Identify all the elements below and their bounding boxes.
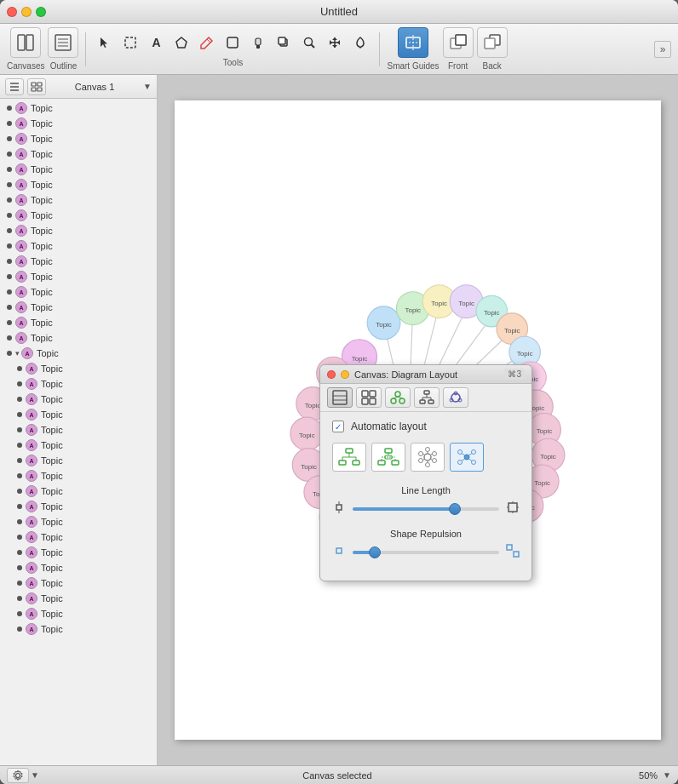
layout-icon-radial[interactable] xyxy=(411,443,445,472)
list-item[interactable]: ATopic xyxy=(0,529,157,545)
list-item[interactable]: ATopic xyxy=(0,131,157,146)
canvas-area[interactable]: Topic Topic Topic Topic Topic Topic Topi… xyxy=(158,75,678,765)
front-button[interactable] xyxy=(443,27,474,58)
list-item[interactable]: ATopic xyxy=(0,575,157,591)
brush-tool[interactable] xyxy=(246,31,270,54)
list-item[interactable]: ATopic xyxy=(0,315,157,330)
list-item[interactable]: ATopic xyxy=(0,621,157,637)
outline-button[interactable] xyxy=(48,27,78,58)
canvases-button[interactable] xyxy=(10,27,41,58)
smart-guides-button[interactable] xyxy=(398,27,428,58)
close-button[interactable] xyxy=(7,7,17,17)
copy-tool[interactable] xyxy=(272,31,296,54)
shape-repulsion-slider[interactable] xyxy=(353,551,499,554)
list-item[interactable]: ATopic xyxy=(0,361,157,376)
list-item[interactable]: ATopic xyxy=(0,238,157,254)
list-item-text: Topic xyxy=(37,348,59,358)
list-item[interactable]: ATopic xyxy=(0,162,157,177)
select-tool[interactable] xyxy=(93,31,117,54)
svg-rect-141 xyxy=(339,461,346,465)
list-item[interactable]: ATopic xyxy=(0,422,157,438)
list-item-bullet xyxy=(17,443,22,448)
list-item[interactable]: ATopic xyxy=(0,453,157,468)
svg-point-168 xyxy=(464,455,469,460)
svg-text:Topic: Topic xyxy=(484,309,500,317)
list-item-bullet xyxy=(7,335,12,340)
list-item[interactable]: ATopic xyxy=(0,392,157,407)
panel-tab-4[interactable] xyxy=(414,387,440,408)
svg-point-156 xyxy=(426,448,430,452)
list-item[interactable]: ATopic xyxy=(0,545,157,560)
panel-close-button[interactable] xyxy=(327,370,336,379)
layout-icon-tree2[interactable] xyxy=(371,443,405,472)
list-item[interactable]: ATopic xyxy=(0,606,157,621)
marquee-tool[interactable] xyxy=(118,31,142,54)
list-item[interactable]: ATopic xyxy=(0,208,157,223)
list-item[interactable]: ATopic xyxy=(0,591,157,606)
pen-tool[interactable] xyxy=(195,31,219,54)
list-item[interactable]: ATopic xyxy=(0,330,157,346)
svg-rect-126 xyxy=(424,391,429,394)
layout-icon-force[interactable] xyxy=(450,443,484,472)
list-item[interactable]: ATopic xyxy=(0,300,157,315)
list-item[interactable]: ATopic xyxy=(0,499,157,514)
list-item[interactable]: ▾ATopic xyxy=(0,346,157,361)
svg-text:Topic: Topic xyxy=(458,300,474,307)
minimize-button[interactable] xyxy=(21,7,32,17)
statusbar-gear-button[interactable] xyxy=(7,768,29,783)
list-item[interactable]: ATopic xyxy=(0,376,157,392)
toolbar: Canvases Outline xyxy=(0,24,678,75)
pointer-tool[interactable] xyxy=(348,31,372,54)
list-item[interactable]: ATopic xyxy=(0,484,157,499)
panel-tab-5[interactable] xyxy=(443,387,468,408)
maximize-button[interactable] xyxy=(36,7,46,17)
list-item-text: Topic xyxy=(41,455,63,466)
text-tool[interactable]: A xyxy=(144,31,168,54)
list-item-icon: A xyxy=(26,485,37,497)
list-item-text: Topic xyxy=(31,241,53,251)
panel-tab-3[interactable] xyxy=(385,387,411,408)
list-item[interactable]: ATopic xyxy=(0,560,157,575)
toolbar-overflow-button[interactable]: » xyxy=(654,41,671,58)
shape-tool[interactable] xyxy=(221,31,244,54)
panel-tab-1[interactable] xyxy=(327,387,353,408)
auto-layout-checkbox[interactable]: ✓ xyxy=(332,421,344,432)
line-length-slider[interactable] xyxy=(353,507,499,511)
list-item-text: Topic xyxy=(31,333,53,343)
back-button[interactable] xyxy=(477,27,508,58)
list-item[interactable]: ATopic xyxy=(0,192,157,208)
list-item-text: Topic xyxy=(41,394,63,404)
sidebar-list-view-btn[interactable] xyxy=(5,78,24,95)
svg-rect-10 xyxy=(256,38,261,45)
zoom-tool[interactable] xyxy=(297,31,321,54)
list-item[interactable]: ATopic xyxy=(0,100,157,116)
list-item[interactable]: ATopic xyxy=(0,514,157,529)
list-item[interactable]: ATopic xyxy=(0,284,157,300)
list-item[interactable]: ATopic xyxy=(0,177,157,192)
list-item-bullet xyxy=(7,182,12,187)
list-item-icon: A xyxy=(15,225,27,237)
list-item[interactable]: ATopic xyxy=(0,407,157,422)
list-item-bullet xyxy=(17,381,22,386)
list-item[interactable]: ATopic xyxy=(0,116,157,131)
list-item-text: Topic xyxy=(31,134,53,144)
polygon-tool[interactable] xyxy=(170,31,193,54)
panel-tab-2[interactable] xyxy=(356,387,382,408)
list-item[interactable]: ATopic xyxy=(0,254,157,269)
sidebar-list-view-btn2[interactable] xyxy=(27,78,46,95)
layout-icon-tree[interactable] xyxy=(332,443,366,472)
list-item[interactable]: ATopic xyxy=(0,223,157,238)
list-item[interactable]: ATopic xyxy=(0,146,157,162)
list-item[interactable]: ATopic xyxy=(0,269,157,284)
svg-point-121 xyxy=(395,392,400,397)
list-item[interactable]: ATopic xyxy=(0,468,157,484)
pan-tool[interactable] xyxy=(323,31,347,54)
list-item-bullet xyxy=(17,397,22,402)
svg-rect-21 xyxy=(456,35,466,45)
list-item-icon: A xyxy=(15,301,27,313)
panel-collapse-button[interactable] xyxy=(341,370,349,379)
list-item[interactable]: ATopic xyxy=(0,438,157,453)
list-item-bullet xyxy=(7,106,12,111)
panel-title: Canvas: Diagram Layout xyxy=(354,369,499,380)
svg-line-174 xyxy=(469,454,473,456)
